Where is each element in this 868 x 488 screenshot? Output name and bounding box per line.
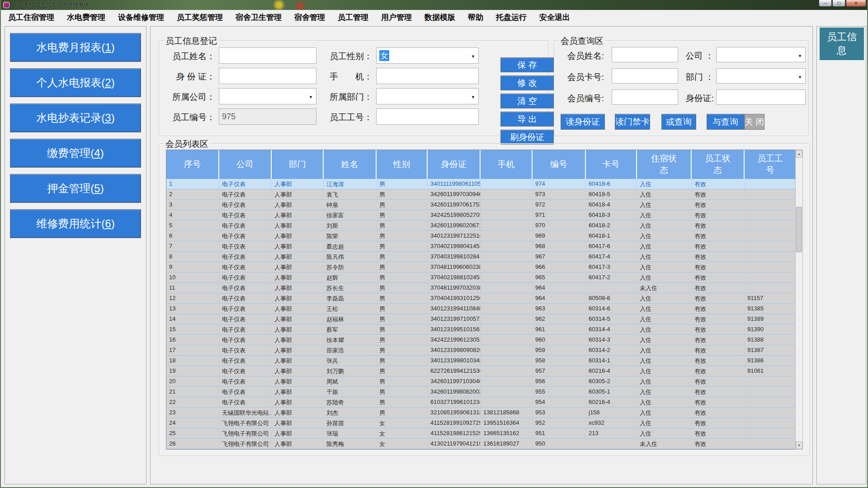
table-row[interactable]: 6 电子仪表 人事部 陈荣 男 3401231997122516... 969 …	[166, 231, 802, 241]
menu-item[interactable]: 员工奖惩管理	[170, 11, 229, 23]
member-number-input[interactable]	[612, 89, 678, 105]
table-row[interactable]: 7 电子仪表 人事部 聂志超 男 3704021998041453... 968…	[166, 241, 802, 252]
company-combo[interactable]: ▼	[219, 88, 316, 104]
table-row[interactable]: 10 电子仪表 人事部 赵辉 男 3704021988102453... 965…	[166, 272, 802, 283]
menu-item[interactable]: 托盘运行	[490, 11, 533, 23]
column-header-status[interactable]: 员工状 态	[692, 150, 745, 179]
column-header-dept[interactable]: 部门	[272, 150, 324, 179]
table-row[interactable]: 13 电子仪表 人事部 王松 男 3401231994110848... 963…	[166, 304, 802, 314]
scroll-up-icon[interactable]: ▲	[796, 150, 802, 158]
table-row[interactable]: 16 电子仪表 人事部 徐本耀 男 3424221996123052... 96…	[166, 335, 802, 345]
table-row[interactable]: 25 飞翎电子有限公司 人事部 张瑞 女 4115281986121529...…	[166, 428, 802, 439]
form-action-button[interactable]: 清 空	[500, 94, 554, 108]
column-header-company[interactable]: 公司	[219, 150, 272, 179]
column-header-stay[interactable]: 住宿状 态	[637, 150, 692, 179]
column-header-name[interactable]: 姓名	[324, 150, 377, 179]
form-action-button[interactable]: 修 改	[500, 75, 554, 90]
employee-number-label: 员工编号：	[165, 112, 215, 123]
query-action-button[interactable]: 与查询	[707, 114, 744, 130]
table-row[interactable]: 5 电子仪表 人事部 刘斯 男 3426011996020671... 970 …	[166, 221, 802, 231]
scrollbar-thumb[interactable]	[796, 207, 802, 252]
sidebar-button[interactable]: 个人水电报表(2)	[10, 68, 141, 97]
table-row[interactable]: 9 电子仪表 人事部 苏令防 男 3704811996060238... 966…	[166, 262, 802, 272]
sidebar-panel: 水电费月报表(1) 个人水电报表(2) 水电抄表记录(3) 缴费管理(4) 押金…	[5, 26, 146, 484]
menu-item[interactable]: 设备维修管理	[112, 11, 170, 23]
chevron-down-icon[interactable]: ▼	[471, 95, 475, 99]
table-row[interactable]: 12 电子仪表 人事部 李磊磊 男 3704041993101250... 96…	[166, 293, 802, 304]
table-row[interactable]: 26 飞翎电子有限公司 人事部 陈秀梅 女 4130211979041219..…	[166, 439, 802, 449]
gender-combo[interactable]: 女 ▼	[376, 47, 479, 64]
query-action-button[interactable]: 关 闭	[744, 114, 764, 130]
menu-item[interactable]: 安全退出	[533, 11, 576, 23]
menu-item[interactable]: 宿舍管理	[288, 11, 331, 23]
column-header-gender[interactable]: 性别	[377, 150, 428, 179]
app-icon	[3, 2, 9, 8]
chevron-down-icon[interactable]: ▼	[798, 54, 802, 58]
table-row[interactable]: 18 电子仪表 人事部 张兵 男 3401231998010348... 958…	[166, 356, 802, 366]
table-row[interactable]: 19 电子仪表 人事部 刘万鹏 男 6227261994121530... 95…	[166, 366, 802, 376]
employee-name-input[interactable]	[219, 47, 316, 64]
table-row[interactable]: 24 飞翎电子有限公司 人事部 孙苗苗 女 4115281991092729..…	[166, 418, 802, 428]
table-row[interactable]: 1 电子仪表 人事部 江海涛 男 3401111998061105... 974…	[166, 179, 802, 189]
sidebar-button[interactable]: 水电费月报表(1)	[10, 33, 141, 62]
menu-item[interactable]: 水电费管理	[61, 11, 112, 23]
table-row[interactable]: 3 电子仪表 人事部 钟泉 男 3426011997061753... 972 …	[166, 200, 802, 210]
table-row[interactable]: 20 电子仪表 人事部 周斌 男 3426011997103040... 956…	[166, 376, 802, 387]
form-action-button[interactable]: 保 存	[500, 57, 554, 72]
table-row[interactable]: 23 无锡国联华光电站... 人事部 刘杰 男 3210851959061318…	[166, 408, 802, 418]
member-table: 序号 公司 部门 姓名 性别 身份证 手机 编号 卡号 住宿状 态 员工状 态 …	[166, 150, 803, 450]
idcard-input[interactable]	[219, 68, 316, 84]
chevron-down-icon[interactable]: ▼	[471, 54, 475, 59]
query-action-button[interactable]: 读门禁卡	[615, 114, 650, 130]
table-row[interactable]: 15 电子仪表 人事部 蔡军 男 3401231995101562... 961…	[166, 324, 802, 335]
query-company-combo[interactable]: ▼	[716, 47, 806, 62]
query-action-button[interactable]: 读身份证	[561, 114, 605, 130]
phone-input[interactable]	[376, 68, 479, 84]
sidebar-button[interactable]: 维修费用统计(6)	[10, 209, 141, 238]
menu-item[interactable]: 数据模版	[418, 11, 462, 23]
sidebar-button[interactable]: 水电抄表记录(3)	[10, 103, 141, 132]
query-action-button[interactable]: 或查询	[661, 114, 696, 130]
chevron-down-icon[interactable]: ▼	[798, 75, 802, 80]
query-dept-combo[interactable]: ▼	[716, 68, 806, 84]
form-action-button[interactable]: 导 出	[500, 112, 554, 127]
minimize-button[interactable]: —	[819, 0, 832, 7]
menu-item[interactable]: 用户管理	[375, 11, 418, 23]
table-row[interactable]: 11 电子仪表 人事部 苏长生 男 3704811997032038... 96…	[166, 283, 802, 293]
query-id-input[interactable]	[716, 89, 806, 105]
column-header-workno[interactable]: 员工工 号	[745, 150, 796, 179]
phone-label: 手 机：	[322, 71, 373, 83]
table-row[interactable]: 17 电子仪表 人事部 邵家浩 男 3401231998090820... 95…	[166, 345, 802, 356]
maximize-button[interactable]: ▢	[832, 0, 845, 7]
scroll-down-icon[interactable]: ▼	[796, 441, 802, 449]
column-header-phone[interactable]: 手机	[481, 150, 533, 179]
column-header-index[interactable]: 序号	[166, 150, 219, 179]
workno-input[interactable]	[376, 108, 479, 125]
column-header-number[interactable]: 编号	[533, 150, 586, 179]
sidebar-button[interactable]: 缴费管理(4)	[10, 139, 141, 168]
menu-item[interactable]: 帮助	[462, 11, 490, 23]
table-row[interactable]: 22 电子仪表 人事部 苏陆奇 男 6103271996101234... 95…	[166, 397, 802, 408]
table-row[interactable]: 8 电子仪表 人事部 陈凡伟 男 3704031998102841... 967…	[166, 252, 802, 262]
close-window-button[interactable]: ✕	[846, 0, 866, 7]
right-panel: 员工信息	[816, 26, 866, 484]
table-row[interactable]: 4 电子仪表 人事部 徐家富 男 3424251998052705... 971…	[166, 210, 802, 221]
member-card-input[interactable]	[612, 68, 678, 84]
menu-item[interactable]: 员工管理	[331, 11, 375, 23]
dept-combo[interactable]: ▼	[376, 88, 479, 104]
column-header-card[interactable]: 卡号	[586, 150, 637, 179]
menu-item[interactable]: 员工住宿管理	[2, 11, 61, 23]
sidebar-button[interactable]: 押金管理(5)	[10, 174, 141, 203]
chevron-down-icon[interactable]: ▼	[309, 95, 313, 99]
member-name-input[interactable]	[612, 47, 678, 62]
table-row[interactable]: 14 电子仪表 人事部 赵福林 男 3401231997100572... 96…	[166, 314, 802, 324]
menu-item[interactable]: 宿舍卫生管理	[229, 11, 288, 23]
table-row[interactable]: 2 电子仪表 人事部 袁飞 男 3426011997030946... 973 …	[166, 189, 802, 200]
member-name-label: 会员姓名:	[559, 50, 604, 62]
table-row[interactable]: 21 电子仪表 人事部 干振 男 3426011998082002... 955…	[166, 387, 802, 397]
table-vertical-scrollbar[interactable]: ▲ ▼	[795, 150, 803, 450]
form-action-button[interactable]: 刷身份证	[500, 130, 554, 145]
company-label: 所属公司：	[165, 91, 215, 103]
column-header-idcard[interactable]: 身份证	[428, 150, 481, 179]
employee-info-button[interactable]: 员工信息	[820, 28, 864, 60]
